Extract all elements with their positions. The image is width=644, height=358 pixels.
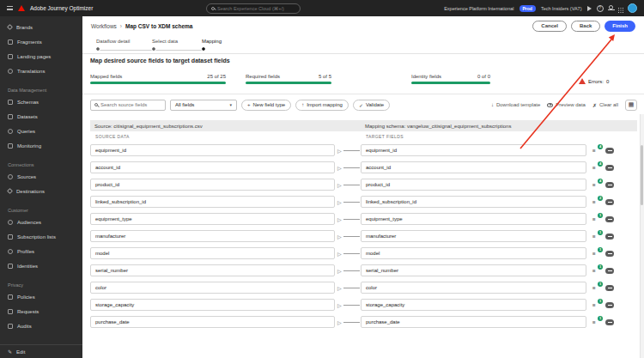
back-button[interactable]: Back: [571, 21, 600, 32]
target-field[interactable]: manufacturer: [361, 230, 586, 242]
source-field[interactable]: equipment_id: [90, 144, 335, 156]
sidebar-item-identities[interactable]: Identities: [0, 258, 82, 273]
calculated-field-icon[interactable]: ▷: [337, 285, 342, 291]
remove-mapping-button[interactable]: [605, 319, 614, 325]
sidebar-item-destinations[interactable]: Destinations: [0, 184, 82, 198]
experience-cloud-search[interactable]: [206, 3, 301, 14]
schema-field-icon[interactable]: ≡1: [592, 216, 599, 222]
help-icon[interactable]: ?: [597, 5, 604, 12]
apps-grid-icon[interactable]: [618, 8, 620, 9]
sidebar-item-fragments[interactable]: Fragments: [0, 34, 82, 49]
sidebar-item-requests[interactable]: Requests: [0, 304, 82, 319]
remove-mapping-button[interactable]: [605, 302, 614, 308]
calculated-field-icon[interactable]: ▷: [337, 182, 342, 188]
calculated-field-icon[interactable]: ▷: [337, 234, 342, 240]
target-field[interactable]: linked_subscription_id: [361, 196, 586, 208]
search-input[interactable]: [217, 6, 295, 11]
sidebar-item-audiences[interactable]: Audiences: [0, 215, 82, 229]
remove-mapping-button[interactable]: [605, 182, 614, 188]
source-field[interactable]: equipment_type: [90, 213, 335, 225]
source-field[interactable]: model: [90, 247, 335, 259]
remove-mapping-button[interactable]: [605, 148, 614, 154]
sidebar-item-landing-pages[interactable]: Landing pages: [0, 49, 82, 64]
announcements-icon[interactable]: [587, 6, 592, 11]
schema-field-icon[interactable]: ≡4: [592, 165, 599, 171]
sidebar-item-profiles[interactable]: Profiles: [0, 244, 82, 258]
schema-field-icon[interactable]: ≡1: [592, 268, 599, 274]
notifications-bell-icon[interactable]: [609, 5, 613, 9]
source-field[interactable]: storage_capacity: [90, 299, 335, 311]
target-field[interactable]: equipment_id: [361, 144, 586, 156]
remove-mapping-button[interactable]: [605, 268, 614, 274]
schema-field-icon[interactable]: ≡1: [592, 319, 599, 325]
calculated-field-icon[interactable]: ▷: [337, 319, 342, 325]
source-field[interactable]: account_id: [90, 161, 335, 173]
sidebar-item-translations[interactable]: Translations: [0, 64, 82, 78]
calculated-field-icon[interactable]: ▷: [337, 216, 342, 222]
calculated-field-icon[interactable]: ▷: [337, 165, 342, 171]
sidebar-item-policies[interactable]: Policies: [0, 289, 82, 304]
source-field[interactable]: serial_number: [90, 264, 335, 276]
calculated-field-icon[interactable]: ▷: [337, 302, 342, 308]
remove-mapping-button[interactable]: [605, 165, 614, 171]
schema-field-icon[interactable]: ≡1: [592, 251, 599, 257]
target-field[interactable]: product_id: [361, 179, 586, 191]
sidebar-item-brands[interactable]: Brands: [0, 20, 82, 34]
source-field[interactable]: purchase_date: [90, 316, 335, 328]
target-field[interactable]: equipment_type: [361, 213, 586, 225]
calculated-field-icon[interactable]: ▷: [337, 199, 342, 205]
schema-field-icon[interactable]: ≡4: [592, 182, 599, 188]
source-fields-search[interactable]: [90, 100, 166, 111]
cancel-button[interactable]: Cancel: [532, 21, 567, 32]
remove-mapping-button[interactable]: [605, 285, 614, 291]
sidebar-item-subscription-lists[interactable]: Subscription lists: [0, 229, 82, 244]
source-fields-search-input[interactable]: [100, 102, 161, 107]
schema-field-icon[interactable]: ≡2: [592, 199, 599, 205]
calculated-field-icon[interactable]: ▷: [337, 148, 342, 154]
avatar[interactable]: [628, 3, 637, 13]
remove-mapping-button[interactable]: [605, 199, 614, 205]
source-field[interactable]: color: [90, 282, 335, 294]
source-field[interactable]: manufacturer: [90, 230, 335, 242]
validate-button[interactable]: ✓ Validate: [353, 100, 390, 111]
fields-filter-select[interactable]: All fields ▾: [170, 100, 237, 111]
schema-field-icon[interactable]: ≡4: [592, 148, 599, 154]
calculated-field-icon[interactable]: ▷: [337, 268, 342, 274]
step-dataflow-detail[interactable]: Dataflow detail: [96, 39, 130, 51]
source-field[interactable]: product_id: [90, 179, 335, 191]
sidebar-edit-button[interactable]: ✎ Edit: [0, 344, 82, 358]
vertical-scrollbar[interactable]: [640, 114, 644, 358]
preview-data-button[interactable]: Preview data: [547, 102, 586, 107]
target-field[interactable]: model: [361, 247, 586, 259]
finish-button[interactable]: Finish: [605, 21, 635, 32]
workspace-picker[interactable]: Tech Insiders (VA7): [541, 6, 582, 11]
sidebar-item-audits[interactable]: Audits: [0, 319, 82, 333]
schema-field-icon[interactable]: ≡1: [592, 302, 599, 308]
clear-all-button[interactable]: ✗ Clear all: [592, 102, 618, 108]
schema-field-icon[interactable]: ≡1: [592, 285, 599, 291]
target-field[interactable]: purchase_date: [361, 316, 586, 328]
remove-mapping-button[interactable]: [605, 251, 614, 257]
sidebar-item-queries[interactable]: Queries: [0, 124, 82, 138]
import-mapping-button[interactable]: ↑ Import mapping: [295, 100, 349, 111]
scrollbar-thumb[interactable]: [641, 145, 643, 205]
source-field[interactable]: linked_subscription_id: [90, 196, 335, 208]
remove-mapping-button[interactable]: [605, 234, 614, 240]
sidebar-item-datasets[interactable]: Datasets: [0, 109, 82, 124]
download-template-button[interactable]: ↓ Download template: [491, 102, 540, 107]
calculated-field-icon[interactable]: ▷: [337, 251, 342, 257]
target-field[interactable]: color: [361, 282, 586, 294]
mapping-settings-button[interactable]: ▦: [625, 100, 637, 111]
menu-icon[interactable]: [7, 6, 13, 10]
remove-mapping-button[interactable]: [605, 216, 614, 222]
schema-field-icon[interactable]: ≡1: [592, 234, 599, 240]
new-field-type-button[interactable]: + New field type: [241, 100, 291, 111]
step-select-data[interactable]: Select data: [152, 39, 178, 51]
step-mapping[interactable]: Mapping: [202, 39, 222, 51]
target-field[interactable]: account_id: [361, 161, 586, 173]
sidebar-item-monitoring[interactable]: Monitoring: [0, 138, 82, 153]
target-field[interactable]: storage_capacity: [361, 299, 586, 311]
sidebar-item-sources[interactable]: Sources: [0, 169, 82, 184]
target-field[interactable]: serial_number: [361, 264, 586, 276]
sidebar-item-schemas[interactable]: Schemas: [0, 94, 82, 109]
